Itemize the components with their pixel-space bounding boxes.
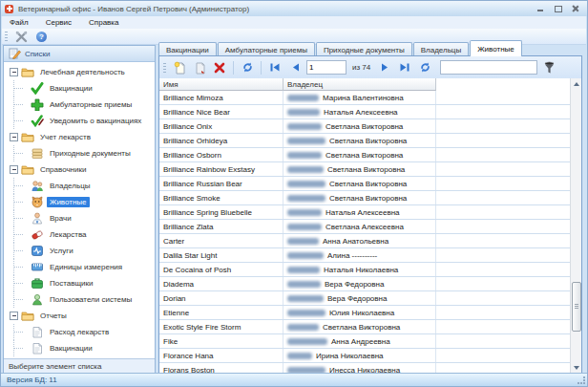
table-row[interactable]: Brilliance ZlataСветлана Алексеевна	[159, 220, 571, 234]
sidebar-item-услуги[interactable]: Услуги	[4, 243, 155, 259]
sidebar-item-лекарства[interactable]: Лекарства	[4, 226, 155, 243]
filter-funnel-icon[interactable]	[540, 59, 557, 75]
tree-expander-icon[interactable]	[10, 312, 18, 320]
tree-connector	[13, 210, 28, 226]
table-row[interactable]: Brilliance Spring BluebelleНаталья Алекс…	[159, 205, 571, 220]
close-icon[interactable]	[571, 5, 579, 12]
sidebar-item-владельцы[interactable]: Владельцы	[4, 178, 155, 194]
sidebar-item-лечебная-деятельность[interactable]: Лечебная деятельность	[4, 64, 155, 80]
sidebar-item-амбулаторные-приемы[interactable]: Амбулаторные приемы	[4, 97, 155, 113]
scroll-down-icon[interactable]	[571, 362, 581, 373]
record-number-input[interactable]	[306, 60, 346, 75]
tab-вакцинации[interactable]: Вакцинации	[158, 42, 217, 56]
tree-expander-icon[interactable]	[10, 165, 18, 174]
sidebar-item-справочники[interactable]: Справочники	[4, 161, 155, 178]
owner-cell: Наталья Алексеевна	[284, 105, 436, 118]
table-row[interactable]: Brilliance Nice BearНаталья Алексеевна	[159, 105, 571, 119]
sidebar-item-label: Услуги	[47, 246, 76, 256]
maximize-icon[interactable]	[554, 5, 562, 12]
sidebar-item-врачи[interactable]: Врачи	[4, 210, 155, 226]
plus-icon	[31, 98, 44, 111]
vertical-scrollbar[interactable]	[570, 78, 581, 373]
owner-cell: Юлия Николаевна	[284, 306, 436, 319]
table-row[interactable]: FikeАнна Андреевна	[159, 334, 571, 349]
refresh-list-icon[interactable]	[416, 59, 433, 75]
report-icon	[31, 326, 44, 338]
services-icon	[31, 245, 44, 257]
table-row[interactable]: Brilliance Russian BearСветлана Викторов…	[159, 177, 571, 191]
sidebar-item-единицы-измерения[interactable]: Единицы измерения	[4, 259, 155, 275]
pet-name-cell: Brilliance Russian Bear	[159, 177, 284, 190]
sidebar-item-вакцинации[interactable]: Вакцинации	[4, 80, 155, 97]
sidebar-item-label: Амбулаторные приемы	[47, 99, 135, 110]
next-record-icon[interactable]	[376, 59, 393, 75]
new-record-icon[interactable]	[171, 59, 188, 75]
tab-животные[interactable]: Животные	[470, 40, 522, 56]
redacted-owner-surname	[287, 152, 322, 159]
users-icon	[31, 293, 44, 306]
owner-cell: Светлана Викторовна	[284, 119, 436, 133]
scrollbar-thumb[interactable]	[572, 282, 581, 332]
table-row[interactable]: Exotic Style Fire StormСветлана Викторов…	[159, 320, 571, 334]
last-record-icon[interactable]	[396, 59, 413, 75]
table-row[interactable]: Brilliance SmokeСветлана Викторовна	[159, 191, 571, 205]
column-header-name[interactable]: Имя	[159, 78, 284, 91]
table-row[interactable]: CarterАнна Анатольевна	[159, 234, 571, 248]
sidebar-item-вакцинации[interactable]: Вакцинации	[4, 340, 155, 356]
menu-file[interactable]: Файл	[10, 18, 29, 27]
refresh-icon[interactable]	[239, 59, 256, 75]
pet-name-cell: Brilliance Nice Bear	[159, 105, 284, 118]
tree-expander-icon[interactable]	[10, 68, 18, 76]
sidebar-item-учет-лекарств[interactable]: Учет лекарств	[4, 129, 155, 145]
tree-expander-icon[interactable]	[10, 133, 18, 141]
sidebar-footer: Выберите элемент списка	[4, 358, 155, 373]
help-icon[interactable]: ?	[33, 30, 50, 43]
db-version-label: Версия БД: 11	[7, 376, 57, 384]
table-row[interactable]: De Cocaina of PoshНаталья Николаевна	[159, 263, 571, 277]
tree-connector	[13, 97, 28, 113]
sidebar-item-label: Приходные документы	[47, 148, 134, 159]
edit-record-icon[interactable]	[191, 59, 208, 75]
notepad-pencil-icon	[9, 48, 21, 59]
toolbar-grip	[5, 32, 8, 41]
scroll-up-icon[interactable]	[571, 78, 581, 89]
tree-connector	[13, 243, 28, 259]
table-row[interactable]: DiademaВера Федоровна	[159, 277, 571, 291]
sidebar-item-приходные-документы[interactable]: Приходные документы	[4, 145, 155, 161]
pet-name-cell: Brilliance Rainbow Exstasy	[159, 162, 284, 176]
tab-приходные-документы[interactable]: Приходные документы	[316, 42, 412, 56]
table-row[interactable]: DorianВера Федоровна	[159, 291, 571, 306]
table-row[interactable]: Dalila Star LightАлина ----------	[159, 248, 571, 263]
minimize-icon[interactable]	[536, 5, 545, 12]
resize-grip[interactable]	[578, 376, 586, 385]
sidebar-item-животные[interactable]: Животные	[4, 194, 155, 210]
column-header-owner[interactable]: Владелец	[284, 78, 436, 91]
menu-help[interactable]: Справка	[89, 18, 118, 27]
search-input[interactable]	[440, 60, 537, 75]
table-row[interactable]: Brilliance OnixСветлана Викторовна	[159, 119, 571, 134]
table-row[interactable]: Brilliance OrhideyaСветлана Викторовна	[159, 134, 571, 148]
table-row[interactable]: Brilliance OsbornСветлана Викторовна	[159, 148, 571, 162]
tab-владельцы[interactable]: Владельцы	[413, 42, 469, 56]
report-icon	[31, 342, 44, 355]
sidebar-item-отчеты[interactable]: Отчеты	[4, 308, 155, 324]
table-row[interactable]: EtienneЮлия Николаевна	[159, 306, 571, 320]
settings-wrench-icon[interactable]	[13, 30, 30, 43]
table-row[interactable]: Florans BostonИнесса Николаевна	[159, 363, 571, 373]
sidebar-item-расход-лекарств[interactable]: Расход лекарств	[4, 324, 155, 340]
menu-service[interactable]: Сервис	[46, 18, 72, 27]
redacted-owner-surname	[287, 166, 324, 173]
previous-record-icon[interactable]	[286, 59, 304, 75]
sidebar-item-пользователи-системы[interactable]: Пользователи системы	[4, 291, 155, 308]
table-row[interactable]: Brilliance MimozaМарина Валентиновна	[159, 91, 571, 105]
owner-cell: Светлана Викторовна	[284, 162, 436, 176]
delete-record-icon[interactable]	[211, 59, 228, 75]
first-record-icon[interactable]	[266, 59, 284, 75]
tab-амбулаторные-приемы[interactable]: Амбулаторные приемы	[218, 42, 315, 56]
sidebar-item-уведомить-о-вакцинациях[interactable]: Уведомить о вакцинациях	[4, 113, 155, 129]
table-row[interactable]: Brilliance Rainbow ExstasyСветлана Викто…	[159, 162, 571, 177]
redacted-owner-surname	[287, 209, 322, 216]
table-row[interactable]: Florance HanaИрина Николаевна	[159, 349, 571, 363]
tree-connector	[13, 226, 28, 243]
sidebar-item-поставщики[interactable]: Поставщики	[4, 275, 155, 291]
